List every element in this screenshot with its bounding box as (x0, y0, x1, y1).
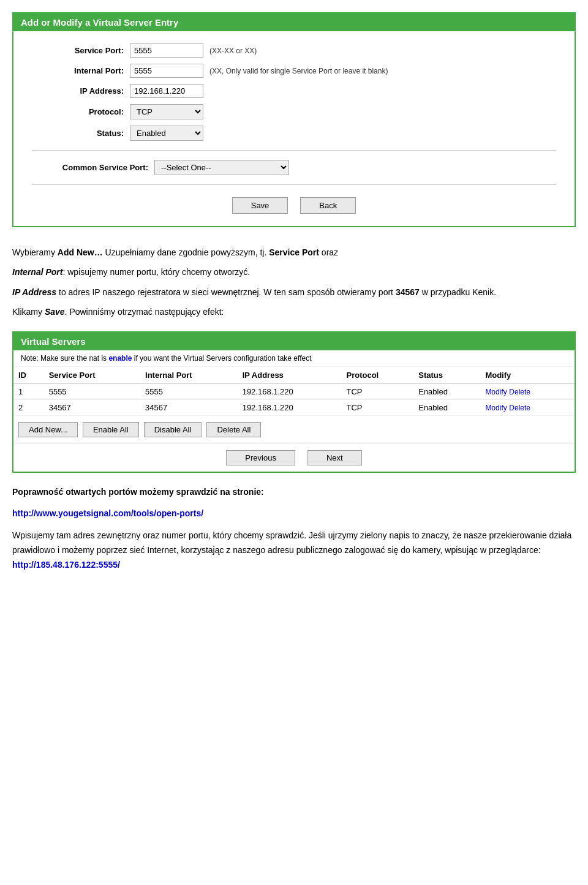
ip-address-em: IP Address (12, 287, 56, 297)
internal-port-label: Internal Port: (32, 66, 130, 75)
col-id: ID (13, 367, 44, 384)
cell-protocol: TCP (341, 383, 413, 399)
virtual-servers-table: ID Service Port Internal Port IP Address… (13, 367, 575, 416)
modify-link[interactable]: Modify (485, 388, 507, 396)
delete-link[interactable]: Delete (509, 404, 530, 412)
table-body: 1 5555 5555 192.168.1.220 TCP Enabled Mo… (13, 383, 575, 415)
internal-port-hint: (XX, Only valid for single Service Port … (209, 67, 388, 75)
delete-link[interactable]: Delete (509, 388, 530, 396)
form-buttons: Save Back (32, 197, 556, 214)
form-divider-2 (32, 184, 556, 185)
col-status: Status (413, 367, 480, 384)
protocol-label: Protocol: (32, 107, 130, 116)
cell-id: 2 (13, 399, 44, 415)
note-suffix: if you want the Virtual Servers configur… (132, 354, 311, 363)
cell-protocol: TCP (341, 399, 413, 415)
table-header-row: ID Service Port Internal Port IP Address… (13, 367, 575, 384)
previous-button[interactable]: Previous (226, 450, 295, 465)
virtual-servers-note: Note: Make sure the nat is enable if you… (13, 350, 575, 367)
common-service-port-row: Common Service Port: --Select One-- (32, 160, 556, 175)
internal-port-row: Internal Port: (XX, Only valid for singl… (32, 64, 556, 78)
table-header: ID Service Port Internal Port IP Address… (13, 367, 575, 384)
protocol-select[interactable]: TCP UDP Both (130, 104, 203, 119)
col-protocol: Protocol (341, 367, 413, 384)
virtual-servers-section: Virtual Servers Note: Make sure the nat … (12, 331, 576, 473)
internal-port-italic: Internal Port (12, 267, 62, 277)
bottom-p1: Poprawność otwartych portów możemy spraw… (12, 485, 576, 500)
status-row: Status: Enabled Disabled (32, 126, 556, 141)
cell-internal-port: 34567 (140, 399, 238, 415)
status-select[interactable]: Enabled Disabled (130, 126, 203, 141)
table-row: 2 34567 34567 192.168.1.220 TCP Enabled … (13, 399, 575, 415)
col-internal-port: Internal Port (140, 367, 238, 384)
port-34567-bold: 34567 (396, 287, 420, 297)
cell-ip-address: 192.168.1.220 (238, 383, 342, 399)
camera-link[interactable]: http://185.48.176.122:5555/ (12, 560, 120, 570)
cell-modify: Modify Delete (480, 383, 575, 399)
vs-pagination: Previous Next (13, 443, 575, 472)
bottom-prose: Poprawność otwartych portów możemy spraw… (12, 485, 576, 573)
internal-port-strong: Internal Port (12, 267, 62, 277)
prose-p2: Internal Port: wpisujemy numer portu, kt… (12, 265, 576, 279)
bottom-p3: Wpisujemy tam adres zewnętrzny oraz nume… (12, 529, 576, 572)
protocol-row: Protocol: TCP UDP Both (32, 104, 556, 119)
prose-p4: Klikamy Save. Powinniśmy otrzymać następ… (12, 305, 576, 318)
prose-section-1: Wybieramy Add New… Uzupełniamy dane zgod… (12, 246, 576, 319)
form-divider (32, 150, 556, 151)
col-modify: Modify (480, 367, 575, 384)
cell-id: 1 (13, 383, 44, 399)
status-label: Status: (32, 129, 130, 138)
virtual-servers-title: Virtual Servers (13, 333, 575, 350)
cell-internal-port: 5555 (140, 383, 238, 399)
cell-ip-address: 192.168.1.220 (238, 399, 342, 415)
ip-address-input[interactable] (130, 84, 203, 98)
back-button[interactable]: Back (300, 197, 356, 214)
table-row: 1 5555 5555 192.168.1.220 TCP Enabled Mo… (13, 383, 575, 399)
cell-service-port: 34567 (44, 399, 140, 415)
common-service-port-label: Common Service Port: (32, 163, 154, 172)
vs-action-buttons: Add New... Enable All Disable All Delete… (13, 416, 575, 443)
disable-all-button[interactable]: Disable All (144, 422, 202, 437)
service-port-input[interactable] (130, 43, 203, 58)
cell-modify: Modify Delete (480, 399, 575, 415)
prose-p1: Wybieramy Add New… Uzupełniamy dane zgod… (12, 246, 576, 259)
bottom-p2: http://www.yougetsignal.com/tools/open-p… (12, 507, 576, 521)
cell-service-port: 5555 (44, 383, 140, 399)
form-title: Add or Modify a Virtual Server Entry (13, 13, 575, 31)
note-prefix: Note: Make sure the nat is (21, 354, 108, 363)
add-new-bold: Add New… (58, 247, 103, 257)
col-ip-address: IP Address (238, 367, 342, 384)
note-enable: enable (108, 354, 132, 363)
service-port-label: Service Port: (32, 46, 130, 55)
ip-address-bold: IP Address (12, 287, 56, 297)
cell-status: Enabled (413, 383, 480, 399)
next-button[interactable]: Next (307, 450, 362, 465)
enable-all-button[interactable]: Enable All (83, 422, 139, 437)
col-service-port: Service Port (44, 367, 140, 384)
modify-link[interactable]: Modify (485, 404, 507, 412)
poprawnosc-text: Poprawność otwartych portów możemy spraw… (12, 487, 264, 497)
service-port-row: Service Port: (XX-XX or XX) (32, 43, 556, 58)
service-port-hint: (XX-XX or XX) (209, 47, 257, 55)
delete-all-button[interactable]: Delete All (206, 422, 261, 437)
save-strong: Save (45, 307, 65, 317)
service-port-bold: Service Port (269, 247, 319, 257)
prose-p3: IP Address to adres IP naszego rejestrat… (12, 285, 576, 299)
ip-address-label: IP Address: (32, 86, 130, 96)
cell-status: Enabled (413, 399, 480, 415)
yougetsignal-link[interactable]: http://www.yougetsignal.com/tools/open-p… (12, 508, 203, 518)
form-body: Service Port: (XX-XX or XX) Internal Por… (13, 31, 575, 226)
save-italic: Save (45, 307, 65, 317)
internal-port-input[interactable] (130, 64, 203, 78)
add-modify-form: Add or Modify a Virtual Server Entry Ser… (12, 12, 576, 227)
add-new-button[interactable]: Add New... (18, 422, 78, 437)
save-button[interactable]: Save (232, 197, 288, 214)
common-service-port-select[interactable]: --Select One-- (154, 160, 289, 175)
ip-address-row: IP Address: (32, 84, 556, 98)
